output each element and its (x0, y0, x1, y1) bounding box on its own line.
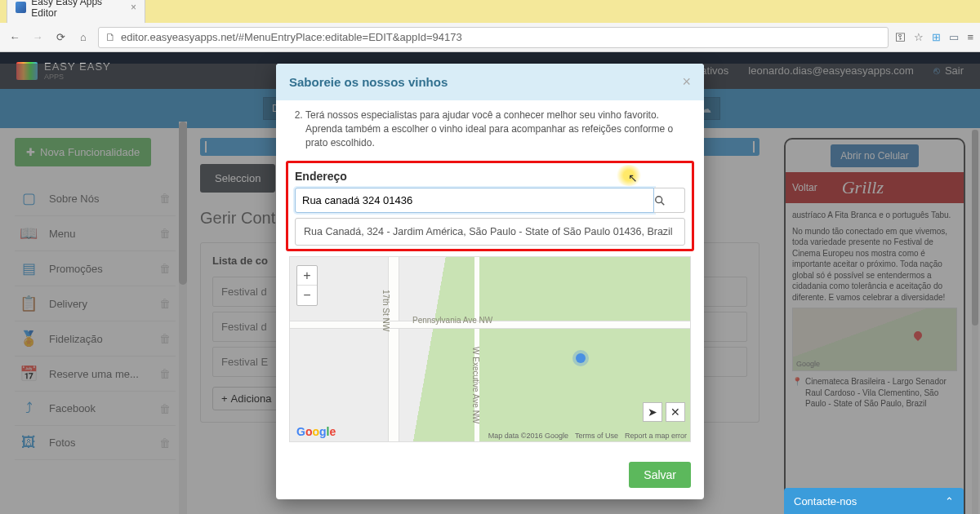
modal-header: Saboreie os nossos vinhos × (276, 64, 704, 100)
extension2-icon[interactable]: ▭ (949, 31, 959, 43)
locate-button[interactable]: ➤ (643, 402, 662, 422)
url-text: editor.easyeasyapps.net/#MenuEntryPlace:… (121, 31, 462, 43)
zoom-controls: + − (296, 265, 318, 306)
modal-title: Saboreie os nossos vinhos (289, 75, 448, 89)
modal: Saboreie os nossos vinhos × Terá nossos … (276, 64, 704, 499)
description-list: Terá nossos especialistas para ajudar vo… (289, 109, 691, 157)
forward-button: → (29, 29, 46, 46)
map[interactable]: 17th St NW Pennsylvania Ave NW W Executi… (289, 256, 691, 442)
contact-bar[interactable]: Contacte-nos ⌃ (784, 488, 964, 514)
google-logo: Google (296, 425, 336, 438)
map-marker-icon (576, 353, 586, 363)
extension-icon[interactable]: ⊞ (932, 31, 941, 43)
description-item: Terá nossos especialistas para ajudar vo… (305, 109, 686, 149)
tab-bar: Easy Easy Apps Editor × (0, 0, 980, 23)
address-highlight: ↖ Endereço Rua Canadá, 324 - Jardim Amér… (286, 161, 694, 251)
zoom-in-button[interactable]: + (297, 266, 317, 286)
home-button[interactable]: ⌂ (75, 29, 91, 46)
search-icon (654, 195, 666, 206)
road-label: W Executive Ave NW (471, 347, 480, 423)
terms-link[interactable]: Terms of Use (575, 432, 618, 440)
page-icon: 🗋 (105, 31, 116, 43)
nav-bar: ← → ⟳ ⌂ 🗋 editor.easyeasyapps.net/#MenuE… (0, 23, 980, 52)
clear-marker-button[interactable]: ✕ (666, 402, 685, 422)
zoom-out-button[interactable]: − (297, 286, 317, 305)
star-icon[interactable]: ☆ (914, 31, 924, 43)
browser-tab[interactable]: Easy Easy Apps Editor × (7, 0, 145, 23)
key-icon[interactable]: ⚿ (895, 31, 906, 43)
back-button[interactable]: ← (7, 29, 23, 46)
address-suggestion[interactable]: Rua Canadá, 324 - Jardim América, São Pa… (295, 218, 685, 246)
road-label: Pennsylvania Ave NW (412, 316, 492, 325)
chevron-up-icon: ⌃ (945, 495, 954, 507)
modal-footer: Salvar (276, 454, 704, 499)
svg-point-0 (656, 197, 662, 203)
url-bar[interactable]: 🗋 editor.easyeasyapps.net/#MenuEntryPlac… (98, 27, 889, 48)
map-footer: Map data ©2016 Google Terms of Use Repor… (488, 432, 687, 440)
favicon-icon (16, 2, 26, 13)
browser-actions: ⚿ ☆ ⊞ ▭ ≡ (895, 31, 973, 43)
tab-title: Easy Easy Apps Editor (31, 0, 126, 19)
close-tab-icon[interactable]: × (131, 2, 136, 13)
browser-chrome: Easy Easy Apps Editor × ← → ⟳ ⌂ 🗋 editor… (0, 0, 980, 52)
save-button[interactable]: Salvar (629, 462, 691, 488)
cursor-icon: ↖ (628, 171, 638, 184)
svg-line-1 (662, 202, 665, 206)
road-label: 17th St NW (381, 290, 390, 331)
map-attribution: Map data ©2016 Google (488, 432, 568, 440)
modal-body: Terá nossos especialistas para ajudar vo… (276, 100, 704, 454)
close-modal-button[interactable]: × (682, 73, 691, 91)
address-input[interactable] (295, 188, 654, 213)
reload-button[interactable]: ⟳ (52, 29, 69, 46)
contact-label: Contacte-nos (794, 495, 857, 507)
search-button[interactable] (654, 188, 685, 213)
report-link[interactable]: Report a map error (625, 432, 687, 440)
menu-icon[interactable]: ≡ (967, 31, 973, 43)
